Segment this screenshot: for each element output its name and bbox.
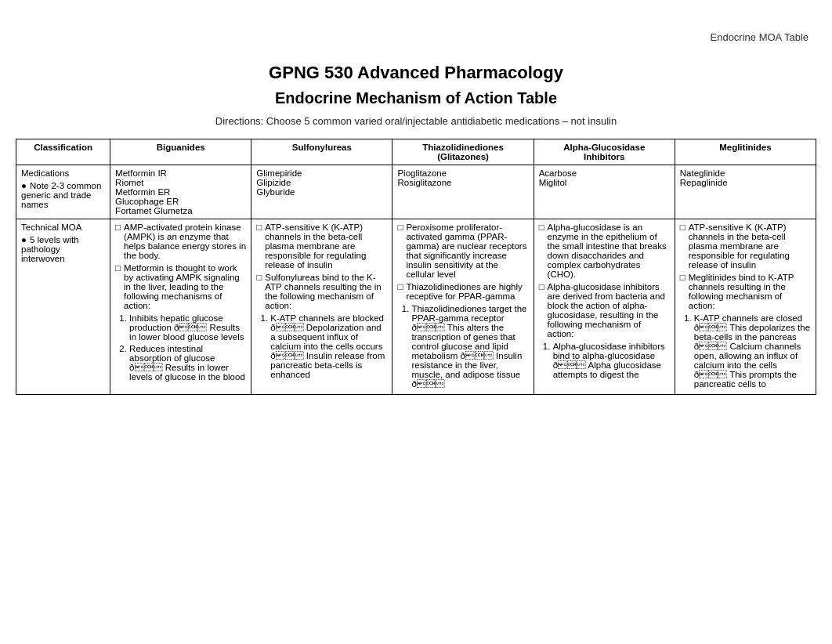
sub-title: Endocrine Mechanism of Action Table — [16, 89, 816, 107]
technical-moa-row: Technical MOA ●5 levels with pathology i… — [16, 219, 816, 395]
technical-moa-sublabel: ●5 levels with pathology interwoven — [21, 235, 105, 263]
col-header-biguanides: Biguanides — [110, 139, 251, 165]
col-header-thiazolidinediones: Thiazolidinediones(Glitazones) — [392, 139, 534, 165]
medications-meglitinides: NateglinideRepaglinide — [675, 165, 816, 219]
col-header-classification: Classification — [16, 139, 110, 165]
directions: Directions: Choose 5 common varied oral/… — [16, 115, 816, 127]
technical-meglitinides: □ATP-sensitive K (K-ATP) channels in the… — [675, 219, 816, 395]
col-header-alpha-glucosidase: Alpha-GlucosidaseInhibitors — [534, 139, 675, 165]
technical-alpha-glucosidase: □Alpha-glucosidase is an enzyme in the e… — [534, 219, 675, 395]
medications-label-cell: Medications ●Note 2-3 common generic and… — [16, 165, 110, 219]
medications-biguanides: Metformin IRRiometMetformin ERGlucophage… — [110, 165, 251, 219]
technical-biguanides: □AMP-activated protein kinase (AMPK) is … — [110, 219, 251, 395]
col-header-meglitinides: Meglitinides — [675, 139, 816, 165]
technical-moa-label-cell: Technical MOA ●5 levels with pathology i… — [16, 219, 110, 395]
medications-thiazolidinediones: PioglitazoneRosiglitazone — [392, 165, 534, 219]
moa-table: Classification Biguanides Sulfonylureas … — [16, 139, 816, 395]
medications-alpha-glucosidase: AcarboseMiglitol — [534, 165, 675, 219]
technical-thiazolidinediones: □Peroxisome proliferator-activated gamma… — [392, 219, 534, 395]
medications-sublabel: ●Note 2-3 common generic and trade names — [21, 181, 105, 209]
header-top-right: Endocrine MOA Table — [711, 31, 809, 43]
medications-sulfonylureas: GlimepirideGlipizideGlyburide — [251, 165, 392, 219]
medications-row: Medications ●Note 2-3 common generic and… — [16, 165, 816, 219]
col-header-sulfonylureas: Sulfonylureas — [251, 139, 392, 165]
medications-label: Medications — [21, 168, 105, 178]
main-title: GPNG 530 Advanced Pharmacology — [16, 63, 816, 83]
technical-moa-label: Technical MOA — [21, 223, 105, 232]
technical-sulfonylureas: □ATP-sensitive K (K-ATP) channels in the… — [251, 219, 392, 395]
